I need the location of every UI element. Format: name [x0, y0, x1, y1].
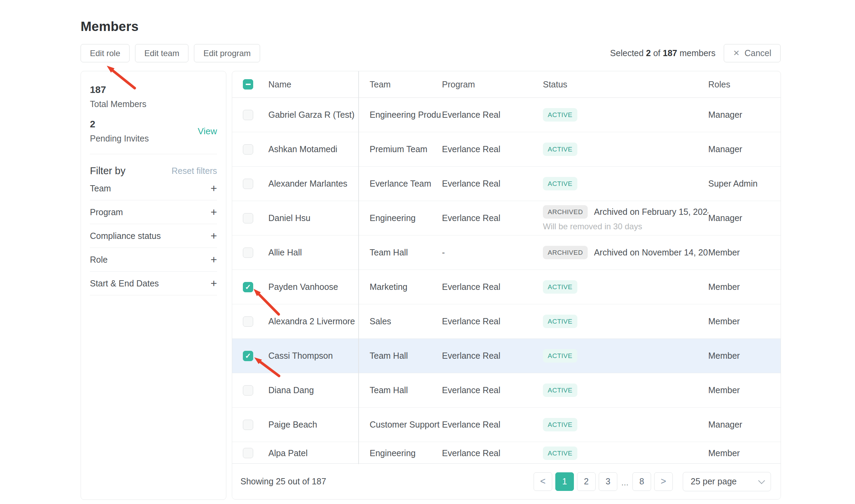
table-row[interactable]: Payden Vanhoose Marketing Everlance Real… [232, 270, 781, 304]
row-checkbox[interactable] [243, 385, 253, 396]
row-checkbox[interactable] [243, 248, 253, 258]
filter-item[interactable]: Start & End Dates + [90, 272, 217, 295]
row-checkbox[interactable] [243, 144, 253, 155]
filter-list: Team + Program + Compliance status + Rol… [90, 177, 217, 295]
member-name: Paige Beach [268, 420, 370, 430]
filter-header: Filter by Reset filters [90, 165, 217, 177]
pending-invites-stat: 2 Pending Invites View [90, 119, 217, 144]
member-role: Manager [708, 213, 781, 223]
member-name: Payden Vanhoose [268, 282, 370, 292]
status-badge: ACTIVE [543, 108, 577, 122]
filter-item-label: Team [90, 183, 111, 193]
close-icon: ✕ [733, 49, 740, 57]
edit-team-button[interactable]: Edit team [135, 44, 188, 62]
row-checkbox[interactable] [243, 213, 253, 223]
table-row[interactable]: Paige Beach Customer Support Everlance R… [232, 408, 781, 442]
member-role: Manager [708, 420, 781, 430]
status-badge: ACTIVE [543, 315, 577, 328]
next-page-button[interactable]: > [654, 472, 673, 491]
filter-item-label: Role [90, 255, 107, 265]
pending-invites-value: 2 [90, 119, 149, 130]
table-row[interactable]: Gabriel Garza R (Test) Engineering Produ… [232, 98, 781, 132]
status-badge: ACTIVE [543, 447, 577, 460]
pending-invites-label: Pending Invites [90, 134, 149, 144]
member-role: Manager [708, 110, 781, 120]
status-note: Will be removed in 30 days [543, 222, 708, 231]
status-badge: ACTIVE [543, 384, 577, 397]
row-checkbox[interactable] [243, 351, 253, 361]
edit-program-button[interactable]: Edit program [194, 44, 260, 62]
member-program: Everlance Real [442, 351, 543, 361]
reset-filters-link[interactable]: Reset filters [172, 166, 217, 176]
edit-role-button[interactable]: Edit role [81, 44, 130, 62]
table-row[interactable]: Alexander Marlantes Everlance Team Everl… [232, 167, 781, 201]
member-role: Manager [708, 144, 781, 154]
member-role: Member [708, 448, 781, 458]
table-row[interactable]: Alexandra 2 Livermore Sales Everlance Re… [232, 304, 781, 339]
row-checkbox[interactable] [243, 282, 253, 292]
page-button-8[interactable]: 8 [632, 472, 651, 491]
plus-icon: + [210, 230, 217, 241]
filter-item-label: Start & End Dates [90, 279, 159, 288]
status-badge: ACTIVE [543, 143, 577, 156]
table-row[interactable]: Daniel Hsu Engineering Everlance Real AR… [232, 201, 781, 235]
column-header-status: Status [543, 80, 708, 90]
filter-item[interactable]: Team + [90, 177, 217, 200]
table-row[interactable]: Diana Dang Team Hall Everlance Real ACTI… [232, 373, 781, 408]
pagination: <123...8> 25 per page [534, 472, 771, 491]
filter-item[interactable]: Program + [90, 200, 217, 224]
member-team: Marketing [370, 282, 442, 292]
member-team: Sales [370, 316, 442, 326]
filter-item[interactable]: Role + [90, 248, 217, 272]
table-row[interactable]: Allie Hall Team Hall - ARCHIVED Archived… [232, 235, 781, 270]
member-name: Allie Hall [268, 248, 370, 258]
row-checkbox[interactable] [243, 448, 253, 458]
select-all-checkbox[interactable] [243, 79, 253, 90]
member-status: ARCHIVED Archived on February 15, 2024 W… [543, 205, 708, 231]
member-status: ACTIVE [543, 280, 708, 294]
column-header-roles: Roles [708, 80, 781, 90]
column-divider [358, 71, 359, 464]
column-header-name: Name [268, 80, 370, 90]
member-status: ACTIVE [543, 349, 708, 363]
row-checkbox[interactable] [243, 110, 253, 120]
member-program: Everlance Real [442, 144, 543, 154]
cancel-button[interactable]: ✕ Cancel [724, 44, 781, 62]
table-row[interactable]: Ashkan Motamedi Premium Team Everlance R… [232, 132, 781, 167]
page-title: Members [81, 19, 138, 34]
per-page-value: 25 per page [691, 476, 736, 486]
prev-page-button[interactable]: < [534, 472, 552, 491]
row-checkbox[interactable] [243, 420, 253, 430]
member-name: Alpa Patel [268, 448, 370, 458]
member-team: Team Hall [370, 351, 442, 361]
plus-icon: + [210, 207, 217, 218]
member-status: ACTIVE [543, 143, 708, 156]
member-role: Member [708, 282, 781, 292]
page-button-3[interactable]: 3 [599, 472, 617, 491]
status-badge: ARCHIVED [543, 205, 588, 219]
column-header-program: Program [442, 80, 543, 90]
table-body: Gabriel Garza R (Test) Engineering Produ… [232, 98, 781, 464]
per-page-select[interactable]: 25 per page [683, 472, 771, 491]
view-pending-invites-link[interactable]: View [198, 126, 217, 137]
member-program: Everlance Real [442, 213, 543, 223]
table-footer: Showing 25 out of 187 <123...8> 25 per p… [232, 463, 781, 499]
row-checkbox[interactable] [243, 179, 253, 189]
plus-icon: + [210, 254, 217, 265]
member-team: Premium Team [370, 144, 442, 154]
table-row[interactable]: Cassi Thompson Team Hall Everlance Real … [232, 339, 781, 373]
member-status: ARCHIVED Archived on November 14, 2023 [543, 246, 708, 259]
member-name: Diana Dang [268, 385, 370, 395]
member-name: Alexandra 2 Livermore [268, 316, 370, 326]
members-page: Members Edit role Edit team Edit program… [0, 0, 855, 504]
status-badge: ACTIVE [543, 177, 577, 190]
status-badge: ACTIVE [543, 418, 577, 431]
table-header-row: Name Team Program Status Roles [232, 71, 781, 98]
filter-item[interactable]: Compliance status + [90, 224, 217, 248]
total-members-value: 187 [90, 84, 217, 95]
page-button-1[interactable]: 1 [555, 472, 574, 491]
member-program: - [442, 248, 543, 258]
row-checkbox[interactable] [243, 316, 253, 327]
page-button-2[interactable]: 2 [577, 472, 596, 491]
table-row[interactable]: Alpa Patel Engineering Everlance Real AC… [232, 442, 781, 464]
